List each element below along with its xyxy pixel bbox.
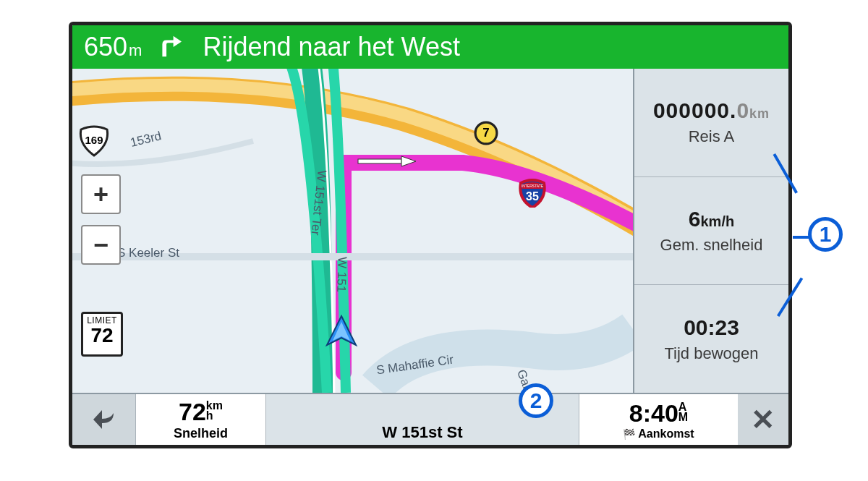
svg-text:35: 35 bbox=[526, 190, 539, 203]
svg-text:INTERSTATE: INTERSTATE bbox=[522, 184, 544, 188]
avg-speed-label: Gem. snelheid bbox=[660, 236, 763, 255]
zoom-in-button[interactable]: + bbox=[81, 174, 121, 214]
trip-data-panel: 000000.0km Reis A 6km/h Gem. snelheid 00… bbox=[633, 69, 788, 393]
next-turn-bar[interactable]: 650m Rijdend naar het West bbox=[72, 25, 788, 69]
back-arrow-icon bbox=[89, 404, 119, 435]
time-moving-label: Tijd bewogen bbox=[664, 344, 758, 363]
odometer-label: Reis A bbox=[689, 127, 735, 146]
odometer-field[interactable]: 000000.0km Reis A bbox=[634, 69, 788, 177]
highway-shield-7: 7 bbox=[474, 121, 498, 148]
current-speed-field[interactable]: 72kmh Snelheid bbox=[136, 394, 266, 445]
annotation-callout-2: 2 bbox=[519, 383, 553, 418]
svg-rect-0 bbox=[358, 159, 401, 163]
map-canvas[interactable]: S Keeler St W 151st Ter W 151 S Mahaffie… bbox=[72, 69, 633, 393]
vehicle-marker-icon bbox=[324, 315, 359, 349]
avg-speed-field[interactable]: 6km/h Gem. snelheid bbox=[634, 177, 788, 286]
street-label-w151: W 151 bbox=[333, 257, 349, 293]
current-speed-value: 72kmh bbox=[179, 398, 223, 426]
us-route-shield-169: 169 bbox=[78, 125, 110, 160]
checkered-flag-icon: 🏁 bbox=[623, 428, 635, 440]
device-frame: 650m Rijdend naar het West bbox=[69, 22, 792, 448]
bottom-bar: 72kmh Snelheid W 151st St 8:40AM 🏁Aankom… bbox=[72, 393, 788, 445]
eta-value: 8:40AM bbox=[629, 399, 688, 427]
turn-right-icon bbox=[153, 33, 182, 61]
next-turn-distance-value: 650 bbox=[84, 32, 127, 62]
time-moving-field[interactable]: 00:23 Tijd bewogen bbox=[634, 285, 788, 393]
speed-limit-sign[interactable]: LIMIET 72 bbox=[81, 312, 123, 357]
odometer-value: 000000.0km bbox=[653, 98, 770, 123]
close-icon: ✕ bbox=[751, 403, 775, 436]
interstate-shield-35: INTERSTATE 35 bbox=[518, 179, 547, 210]
street-label-keeler: S Keeler St bbox=[117, 246, 179, 260]
direction-text: Rijdend naar het West bbox=[203, 32, 460, 62]
eta-field[interactable]: 8:40AM 🏁Aankomst bbox=[579, 394, 738, 445]
speed-limit-value: 72 bbox=[83, 325, 121, 346]
svg-text:7: 7 bbox=[482, 126, 489, 140]
eta-label: 🏁Aankomst bbox=[623, 427, 694, 440]
svg-text:169: 169 bbox=[85, 134, 103, 146]
current-street-name: W 151st St bbox=[382, 423, 462, 442]
close-button[interactable]: ✕ bbox=[738, 394, 788, 445]
time-moving-value: 00:23 bbox=[684, 315, 739, 340]
avg-speed-value: 6km/h bbox=[689, 207, 734, 231]
annotation-callout-1: 1 bbox=[808, 217, 843, 252]
next-turn-distance: 650m bbox=[72, 32, 153, 62]
next-turn-distance-unit: m bbox=[129, 41, 142, 60]
zoom-out-button[interactable]: − bbox=[81, 225, 121, 265]
back-button[interactable] bbox=[72, 394, 136, 445]
current-speed-label: Snelheid bbox=[174, 426, 228, 441]
